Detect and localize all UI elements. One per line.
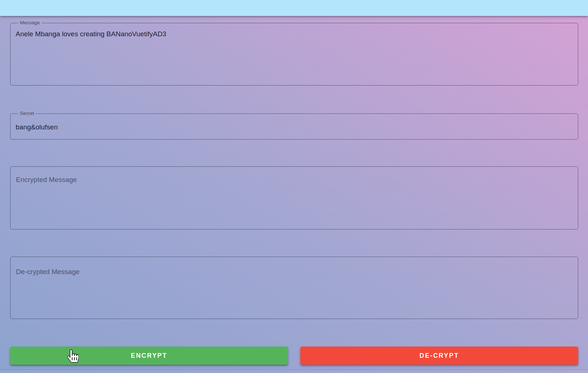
message-field: Message Anele Mbanga loves creating BANa… [10, 20, 578, 86]
bottom-divider [0, 369, 588, 373]
decrypted-message-input[interactable] [11, 257, 578, 319]
secret-field-label: Secret [18, 111, 36, 116]
encrypt-button[interactable]: ENCRYPT [10, 347, 288, 365]
form-container: Message Anele Mbanga loves creating BANa… [10, 0, 578, 373]
app-page: Message Anele Mbanga loves creating BANa… [0, 0, 588, 373]
encrypted-message-field [10, 166, 578, 229]
decrypted-message-field [10, 257, 578, 319]
decrypt-button[interactable]: DE-CRYPT [300, 347, 578, 365]
message-field-label: Message [18, 20, 42, 26]
app-bar [0, 0, 588, 16]
encrypted-message-input[interactable] [11, 167, 578, 229]
secret-input[interactable] [16, 116, 573, 135]
secret-field: Secret [10, 111, 578, 140]
message-input[interactable]: Anele Mbanga loves creating BANanoVuetif… [16, 26, 573, 81]
